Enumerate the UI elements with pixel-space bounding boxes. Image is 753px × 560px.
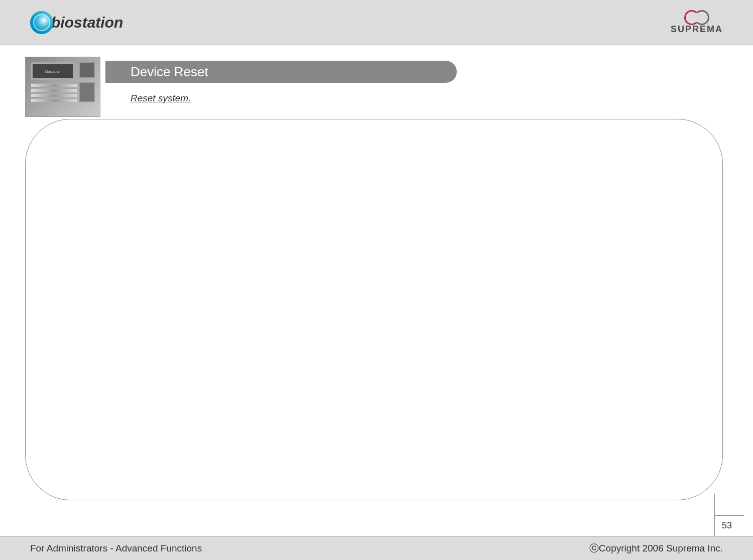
page-number-divider-h <box>715 515 744 516</box>
section-title: Device Reset <box>105 61 457 83</box>
footer-left: For Administrators - Advanced Functions <box>30 543 202 554</box>
content-frame <box>25 119 723 500</box>
brand-logo-left: biostation <box>30 11 123 34</box>
section-subtitle: Reset system. <box>131 93 191 104</box>
footer-right: ⓒCopyright 2006 Suprema Inc. <box>589 542 723 555</box>
brand-right-text: SUPREMA <box>671 24 723 35</box>
page-number-divider-v <box>714 494 715 536</box>
swirl-icon <box>30 11 53 34</box>
brand-left-text: biostation <box>51 14 123 31</box>
page-number: 53 <box>717 520 737 531</box>
device-thumbnail: biostation <box>25 57 100 117</box>
infinity-icon <box>684 10 709 23</box>
brand-logo-right: SUPREMA <box>671 10 723 35</box>
footer: For Administrators - Advanced Functions … <box>0 536 753 560</box>
header: biostation SUPREMA <box>0 0 753 45</box>
